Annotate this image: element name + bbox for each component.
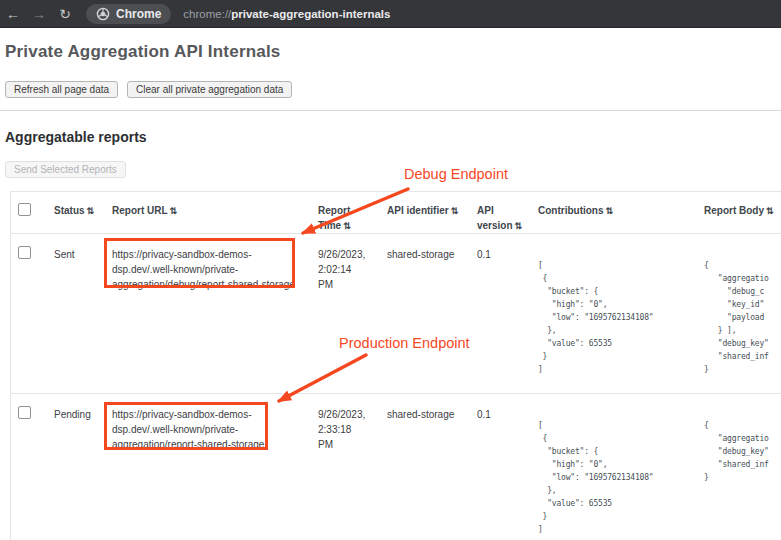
report-url-value: https://privacy-sandbox-demos- dsp.dev/.… [112,407,300,452]
select-all-checkbox[interactable] [18,203,31,216]
status-value: Sent [54,247,106,262]
url-scheme: chrome:// [183,8,231,20]
browser-toolbar: ← → ↻ Chrome chrome://private-aggregatio… [0,0,781,28]
report-body-json: { "aggregatio "debug_c "key_id" "payload… [704,259,769,376]
column-header-report-url[interactable]: Report URL⇅ [112,203,300,219]
column-header-contributions[interactable]: Contributions⇅ [538,203,704,219]
report-body-json: { "aggregatio "debug_key" "shared_inf } [704,419,769,484]
api-version-value: 0.1 [477,247,533,262]
url-host: private-aggregation-internals [231,8,390,20]
send-selected-reports-button[interactable]: Send Selected Reports [5,161,126,178]
sort-icon: ⇅ [766,206,774,216]
chrome-logo-icon [96,7,110,21]
table-row-pending: Pending https://privacy-sandbox-demos- d… [11,394,781,540]
column-header-status[interactable]: Status⇅ [54,203,106,219]
origin-chip[interactable]: Chrome [86,4,171,24]
sort-icon: ⇅ [170,206,178,216]
aggregatable-reports-heading: Aggregatable reports [5,129,147,145]
status-value: Pending [54,407,106,422]
production-endpoint-annotation: Production Endpoint [339,335,470,351]
report-time-value: 9/26/2023, 2:33:18 PM [318,407,380,452]
origin-chip-label: Chrome [116,7,161,21]
sort-icon: ⇅ [343,221,351,231]
address-bar[interactable]: chrome://private-aggregation-internals [183,8,390,20]
report-url-value: https://privacy-sandbox-demos- dsp.dev/.… [112,247,300,292]
row-checkbox[interactable] [18,246,31,259]
report-time-value: 9/26/2023, 2:02:14 PM [318,247,380,292]
column-header-api-identifier[interactable]: API identifier⇅ [387,203,477,219]
sort-icon: ⇅ [87,206,95,216]
contributions-json: [ { "bucket": { "high": "0", "low": "169… [538,259,653,376]
reload-icon[interactable]: ↻ [52,0,78,28]
back-icon[interactable]: ← [0,0,26,28]
reports-table: Status⇅ Report URL⇅ Report Time⇅ API ide… [10,191,781,540]
refresh-all-page-data-button[interactable]: Refresh all page data [5,81,118,98]
debug-endpoint-annotation: Debug Endpoint [404,166,508,182]
forward-icon[interactable]: → [26,0,52,28]
sort-icon: ⇅ [515,221,523,231]
api-identifier-value: shared-storage [387,247,477,262]
sort-icon: ⇅ [606,206,614,216]
table-row-sent: Sent https://privacy-sandbox-demos- dsp.… [11,234,781,394]
row-checkbox[interactable] [18,406,31,419]
contributions-json: [ { "bucket": { "high": "0", "low": "169… [538,419,653,536]
table-header-row: Status⇅ Report URL⇅ Report Time⇅ API ide… [11,192,781,234]
column-header-api-version[interactable]: API version⇅ [477,203,525,234]
api-identifier-value: shared-storage [387,407,477,422]
column-header-report-body[interactable]: Report Body⇅ [704,203,781,219]
api-version-value: 0.1 [477,407,533,422]
clear-private-aggregation-data-button[interactable]: Clear all private aggregation data [127,81,292,98]
sort-icon: ⇅ [451,206,459,216]
column-header-report-time[interactable]: Report Time⇅ [318,203,364,234]
section-divider [0,110,781,111]
page-title: Private Aggregation API Internals [5,42,281,62]
